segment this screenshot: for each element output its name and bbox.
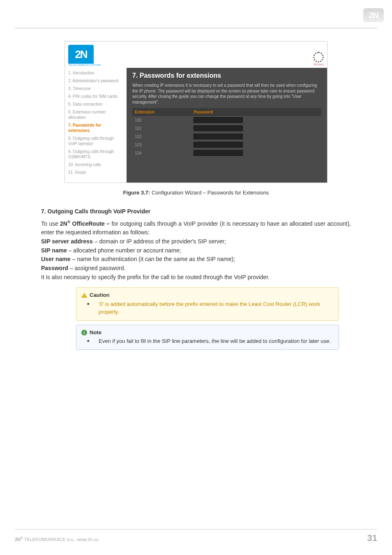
paragraph-prefix: It is also necessary to specify the pref… <box>41 273 351 282</box>
note-body: Even if you fail to fill in the SIP line… <box>81 337 334 345</box>
wizard-nav-item[interactable]: 1. Introduction <box>68 70 123 76</box>
wizard-nav-item[interactable]: 3. Timezone <box>68 86 123 91</box>
info-icon: i <box>81 330 87 335</box>
footer-company: 2N® TELEKOMUNIKACE a.s., www.2n.cz <box>15 536 99 542</box>
user-name-line: User name – name for authentication (it … <box>41 255 351 264</box>
wizard-nav-item-active[interactable]: 7. Passwords for extensions <box>68 123 123 133</box>
table-row: 104 <box>132 149 321 157</box>
wizard-nav-item[interactable]: 4. PIN codes for SIM cards <box>68 94 123 99</box>
ext-cell: 104 <box>132 149 191 157</box>
wizard-brand-sub: TELECOMMUNICATIONS <box>68 64 101 66</box>
wizard-nav-item[interactable]: 2. Administrator's password <box>68 78 123 83</box>
wizard-brand-logo: 2N <box>68 45 94 64</box>
header-rule <box>15 28 377 28</box>
note-callout: i Note Even if you fail to fill in the S… <box>76 325 339 350</box>
note-heading: Note <box>90 328 101 337</box>
sip-server-line: SIP server address – domain or IP addres… <box>41 237 351 246</box>
password-input[interactable] <box>194 125 243 131</box>
wizard-nav-item[interactable]: 8. Outgoing calls through VoIP operator <box>68 136 123 146</box>
wizard-nav-item[interactable]: 6. Extension number allocation <box>68 109 123 120</box>
brand-logo-top: 2N <box>363 8 384 22</box>
table-row: 100 <box>132 116 321 124</box>
section-heading: 7. Outgoing Calls through VoIP Provider <box>41 208 351 215</box>
wizard-nav-item[interactable]: 11. Finish <box>68 170 123 175</box>
col-extension: Extension <box>132 108 191 116</box>
password-line: Password – assigned password. <box>41 264 351 273</box>
password-input[interactable] <box>194 117 243 123</box>
sip-name-line: SIP name – allocated phone number or acc… <box>41 246 351 255</box>
password-input[interactable] <box>194 150 243 156</box>
password-input[interactable] <box>194 134 243 139</box>
ext-cell: 103 <box>132 141 191 149</box>
caution-callout: Caution '0' is added automatically befor… <box>76 287 339 321</box>
table-row: 103 <box>132 141 321 149</box>
wizard-screenshot: 2N TELECOMMUNICATIONS Wizard 1. Introduc… <box>65 41 327 183</box>
ext-cell: 100 <box>132 116 191 124</box>
wizard-icon: Wizard <box>307 50 324 66</box>
figure-caption: Figure 3.7: Configuration Wizard – Passw… <box>41 190 351 196</box>
wizard-step-title: 7. Passwords for extensions <box>132 72 321 79</box>
ext-cell: 102 <box>132 132 191 141</box>
figure-caption-label: Figure 3.7: <box>123 190 150 196</box>
wizard-step-intro: When creating IP extensions it is necess… <box>132 83 321 105</box>
paragraph-intro: To use 2N® OfficeRoute – for outgoing ca… <box>41 219 351 237</box>
wizard-nav: 1. Introduction 2. Administrator's passw… <box>65 68 127 183</box>
wizard-icon-label: Wizard <box>314 62 324 66</box>
wizard-nav-item[interactable]: 5. Data connection <box>68 102 123 107</box>
table-row: 101 <box>132 124 321 132</box>
extensions-table: Extension Password 100 101 102 <box>132 108 321 157</box>
password-input[interactable] <box>194 142 243 148</box>
figure-caption-text: Configuration Wizard – Passwords for Ext… <box>150 190 269 196</box>
page-number: 31 <box>367 533 377 543</box>
caution-body: '0' is added automatically before the pr… <box>81 300 334 316</box>
caution-heading: Caution <box>90 291 109 299</box>
wizard-nav-item[interactable]: 9. Outgoing calls through GSM/UMTS <box>68 149 123 160</box>
wizard-nav-item[interactable]: 10. Incoming calls <box>68 162 123 167</box>
ext-cell: 101 <box>132 124 191 132</box>
warning-icon <box>81 293 87 298</box>
table-row: 102 <box>132 132 321 141</box>
col-password: Password <box>191 108 321 116</box>
